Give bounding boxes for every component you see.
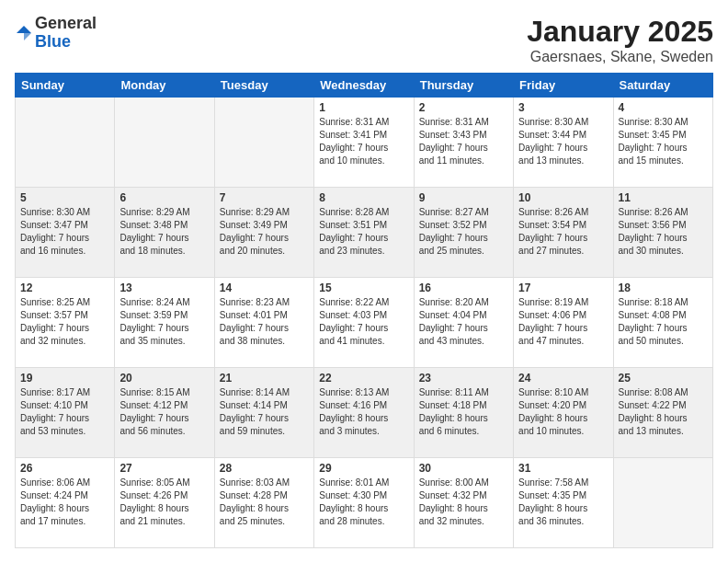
day-info: Sunrise: 8:08 AM Sunset: 4:22 PM Dayligh… xyxy=(619,386,708,438)
day-info: Sunrise: 8:26 AM Sunset: 3:54 PM Dayligh… xyxy=(518,206,608,258)
col-header-wednesday: Wednesday xyxy=(314,74,414,98)
day-number: 23 xyxy=(419,372,508,385)
calendar-cell: 19Sunrise: 8:17 AM Sunset: 4:10 PM Dayli… xyxy=(16,368,115,458)
day-info: Sunrise: 8:18 AM Sunset: 4:08 PM Dayligh… xyxy=(619,296,708,348)
day-number: 1 xyxy=(319,101,408,114)
day-number: 9 xyxy=(419,191,508,204)
day-number: 22 xyxy=(319,372,408,385)
day-number: 15 xyxy=(319,282,408,294)
week-row-2: 5Sunrise: 8:30 AM Sunset: 3:47 PM Daylig… xyxy=(16,188,713,278)
day-number: 13 xyxy=(119,282,209,294)
day-info: Sunrise: 8:10 AM Sunset: 4:20 PM Dayligh… xyxy=(518,386,608,438)
day-info: Sunrise: 8:30 AM Sunset: 3:44 PM Dayligh… xyxy=(518,116,608,167)
day-number: 4 xyxy=(619,101,708,114)
header-row: SundayMondayTuesdayWednesdayThursdayFrid… xyxy=(16,74,713,98)
calendar-cell xyxy=(16,98,115,188)
calendar-cell: 14Sunrise: 8:23 AM Sunset: 4:01 PM Dayli… xyxy=(214,278,313,368)
svg-marker-0 xyxy=(17,26,31,33)
calendar-cell xyxy=(115,98,214,188)
day-number: 10 xyxy=(518,191,608,204)
calendar-cell: 27Sunrise: 8:05 AM Sunset: 4:26 PM Dayli… xyxy=(115,458,214,548)
calendar-subtitle: Gaersnaes, Skane, Sweden xyxy=(527,49,713,65)
calendar-cell: 25Sunrise: 8:08 AM Sunset: 4:22 PM Dayli… xyxy=(613,368,712,458)
day-number: 17 xyxy=(518,282,608,294)
day-info: Sunrise: 8:17 AM Sunset: 4:10 PM Dayligh… xyxy=(20,386,109,438)
day-info: Sunrise: 8:11 AM Sunset: 4:18 PM Dayligh… xyxy=(419,386,508,438)
calendar-cell: 21Sunrise: 8:14 AM Sunset: 4:14 PM Dayli… xyxy=(214,368,313,458)
day-number: 14 xyxy=(220,282,309,294)
calendar-cell: 20Sunrise: 8:15 AM Sunset: 4:12 PM Dayli… xyxy=(115,368,214,458)
week-row-3: 12Sunrise: 8:25 AM Sunset: 3:57 PM Dayli… xyxy=(16,278,713,368)
day-info: Sunrise: 8:31 AM Sunset: 3:41 PM Dayligh… xyxy=(319,116,408,167)
calendar-cell xyxy=(214,98,313,188)
calendar-cell: 12Sunrise: 8:25 AM Sunset: 3:57 PM Dayli… xyxy=(16,278,115,368)
calendar-cell: 10Sunrise: 8:26 AM Sunset: 3:54 PM Dayli… xyxy=(514,188,613,278)
calendar-cell: 18Sunrise: 8:18 AM Sunset: 4:08 PM Dayli… xyxy=(613,278,712,368)
day-info: Sunrise: 8:28 AM Sunset: 3:51 PM Dayligh… xyxy=(319,206,408,258)
col-header-friday: Friday xyxy=(514,74,613,98)
day-info: Sunrise: 8:22 AM Sunset: 4:03 PM Dayligh… xyxy=(319,296,408,348)
day-number: 27 xyxy=(119,462,209,475)
day-info: Sunrise: 8:31 AM Sunset: 3:43 PM Dayligh… xyxy=(419,116,508,167)
col-header-tuesday: Tuesday xyxy=(214,74,313,98)
col-header-thursday: Thursday xyxy=(414,74,513,98)
calendar-cell: 9Sunrise: 8:27 AM Sunset: 3:52 PM Daylig… xyxy=(414,188,513,278)
day-number: 19 xyxy=(20,372,109,385)
logo-general: General xyxy=(35,15,97,33)
calendar-cell: 4Sunrise: 8:30 AM Sunset: 3:45 PM Daylig… xyxy=(613,98,712,188)
calendar-cell: 28Sunrise: 8:03 AM Sunset: 4:28 PM Dayli… xyxy=(214,458,313,548)
calendar-cell: 3Sunrise: 8:30 AM Sunset: 3:44 PM Daylig… xyxy=(514,98,613,188)
svg-marker-1 xyxy=(24,33,31,40)
day-info: Sunrise: 8:30 AM Sunset: 3:45 PM Dayligh… xyxy=(619,116,708,167)
calendar-cell: 23Sunrise: 8:11 AM Sunset: 4:18 PM Dayli… xyxy=(414,368,513,458)
day-number: 28 xyxy=(220,462,309,475)
col-header-saturday: Saturday xyxy=(613,74,712,98)
day-info: Sunrise: 8:15 AM Sunset: 4:12 PM Dayligh… xyxy=(119,386,209,438)
day-number: 16 xyxy=(419,282,508,294)
week-row-4: 19Sunrise: 8:17 AM Sunset: 4:10 PM Dayli… xyxy=(16,368,713,458)
calendar-table: SundayMondayTuesdayWednesdayThursdayFrid… xyxy=(15,73,713,548)
day-info: Sunrise: 8:23 AM Sunset: 4:01 PM Dayligh… xyxy=(220,296,309,348)
day-number: 8 xyxy=(319,191,408,204)
day-number: 18 xyxy=(619,282,708,294)
col-header-sunday: Sunday xyxy=(16,74,115,98)
day-number: 3 xyxy=(518,101,608,114)
day-info: Sunrise: 8:14 AM Sunset: 4:14 PM Dayligh… xyxy=(220,386,309,438)
calendar-cell: 16Sunrise: 8:20 AM Sunset: 4:04 PM Dayli… xyxy=(414,278,513,368)
day-info: Sunrise: 8:03 AM Sunset: 4:28 PM Dayligh… xyxy=(220,477,309,528)
day-number: 7 xyxy=(220,191,309,204)
day-number: 11 xyxy=(619,191,708,204)
calendar-cell: 31Sunrise: 7:58 AM Sunset: 4:35 PM Dayli… xyxy=(514,458,613,548)
day-number: 21 xyxy=(220,372,309,385)
calendar-cell: 26Sunrise: 8:06 AM Sunset: 4:24 PM Dayli… xyxy=(16,458,115,548)
day-info: Sunrise: 8:06 AM Sunset: 4:24 PM Dayligh… xyxy=(20,477,109,528)
day-info: Sunrise: 8:20 AM Sunset: 4:04 PM Dayligh… xyxy=(419,296,508,348)
day-info: Sunrise: 8:01 AM Sunset: 4:30 PM Dayligh… xyxy=(319,477,408,528)
week-row-5: 26Sunrise: 8:06 AM Sunset: 4:24 PM Dayli… xyxy=(16,458,713,548)
calendar-cell: 13Sunrise: 8:24 AM Sunset: 3:59 PM Dayli… xyxy=(115,278,214,368)
calendar-cell: 24Sunrise: 8:10 AM Sunset: 4:20 PM Dayli… xyxy=(514,368,613,458)
title-block: January 2025 Gaersnaes, Skane, Sweden xyxy=(527,15,713,65)
day-info: Sunrise: 8:29 AM Sunset: 3:48 PM Dayligh… xyxy=(119,206,209,258)
day-number: 25 xyxy=(619,372,708,385)
calendar-cell: 30Sunrise: 8:00 AM Sunset: 4:32 PM Dayli… xyxy=(414,458,513,548)
calendar-cell: 2Sunrise: 8:31 AM Sunset: 3:43 PM Daylig… xyxy=(414,98,513,188)
calendar-cell: 6Sunrise: 8:29 AM Sunset: 3:48 PM Daylig… xyxy=(115,188,214,278)
calendar-cell: 17Sunrise: 8:19 AM Sunset: 4:06 PM Dayli… xyxy=(514,278,613,368)
day-number: 12 xyxy=(20,282,109,294)
day-info: Sunrise: 8:13 AM Sunset: 4:16 PM Dayligh… xyxy=(319,386,408,438)
day-info: Sunrise: 8:25 AM Sunset: 3:57 PM Dayligh… xyxy=(20,296,109,348)
calendar-cell: 29Sunrise: 8:01 AM Sunset: 4:30 PM Dayli… xyxy=(314,458,414,548)
day-info: Sunrise: 8:27 AM Sunset: 3:52 PM Dayligh… xyxy=(419,206,508,258)
day-number: 2 xyxy=(419,101,508,114)
day-number: 31 xyxy=(518,462,608,475)
day-number: 26 xyxy=(20,462,109,475)
calendar-title: January 2025 xyxy=(527,15,713,49)
calendar-cell: 11Sunrise: 8:26 AM Sunset: 3:56 PM Dayli… xyxy=(613,188,712,278)
day-number: 29 xyxy=(319,462,408,475)
day-info: Sunrise: 8:29 AM Sunset: 3:49 PM Dayligh… xyxy=(220,206,309,258)
logo-icon xyxy=(15,24,33,42)
week-row-1: 1Sunrise: 8:31 AM Sunset: 3:41 PM Daylig… xyxy=(16,98,713,188)
day-number: 24 xyxy=(518,372,608,385)
day-info: Sunrise: 8:24 AM Sunset: 3:59 PM Dayligh… xyxy=(119,296,209,348)
